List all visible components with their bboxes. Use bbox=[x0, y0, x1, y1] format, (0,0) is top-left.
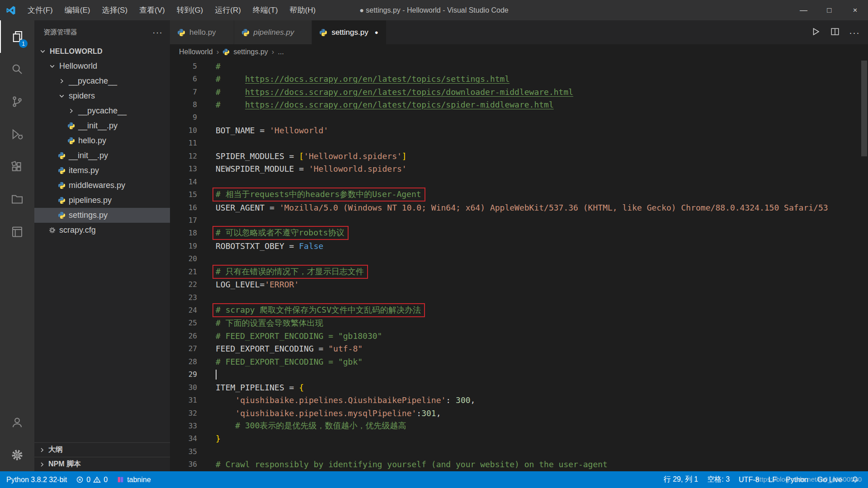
line-number[interactable]: 33 bbox=[170, 422, 197, 430]
tree-item-__init__.py[interactable]: __init__.py bbox=[34, 148, 170, 163]
line-number[interactable]: 17 bbox=[170, 216, 197, 225]
problems-item[interactable]: 0 0 bbox=[71, 471, 112, 488]
encoding-item[interactable]: UTF-8 bbox=[734, 471, 764, 488]
maximize-button[interactable]: □ bbox=[816, 0, 842, 20]
line-number[interactable]: 10 bbox=[170, 126, 197, 135]
tree-item-settings.py[interactable]: settings.py bbox=[34, 208, 170, 223]
search-icon[interactable] bbox=[0, 53, 34, 85]
notebook-icon[interactable] bbox=[0, 216, 34, 248]
code-line-35[interactable]: 35 bbox=[170, 445, 868, 458]
tabnine-item[interactable]: tabnine bbox=[112, 471, 156, 488]
code-line-29[interactable]: 29 bbox=[170, 368, 868, 381]
tree-item-items.py[interactable]: items.py bbox=[34, 163, 170, 178]
scrollbar-thumb[interactable] bbox=[861, 61, 867, 156]
tab-hello.py[interactable]: hello.py bbox=[170, 20, 234, 44]
line-number[interactable]: 35 bbox=[170, 447, 197, 456]
code-line-26[interactable]: 26# FEED_EXPORT_ENCODING = "gb18030" bbox=[170, 329, 868, 342]
extensions-icon[interactable] bbox=[0, 150, 34, 183]
code-line-24[interactable]: 24# scrapy 爬取文件保存为CSV文件中文乱码的解决办法 bbox=[170, 304, 868, 316]
line-number[interactable]: 7 bbox=[170, 88, 197, 96]
run-python-file-icon[interactable] bbox=[811, 27, 821, 38]
code-line-28[interactable]: 28# FEED_EXPORT_ENCODING = "gbk" bbox=[170, 355, 868, 368]
line-number[interactable]: 18 bbox=[170, 229, 197, 237]
line-number[interactable]: 21 bbox=[170, 267, 197, 276]
tree-item-spiders[interactable]: spiders bbox=[34, 89, 170, 103]
menu-go[interactable]: 转到(G) bbox=[171, 0, 209, 20]
line-number[interactable]: 27 bbox=[170, 344, 197, 353]
chevron-right-icon[interactable] bbox=[67, 107, 75, 115]
code-line-7[interactable]: 7# https://docs.scrapy.org/en/latest/top… bbox=[170, 85, 868, 98]
tab-pipelines.py[interactable]: pipelines.py bbox=[234, 20, 312, 44]
code-line-15[interactable]: 15# 相当于requests中的headers参数中的User-Agent bbox=[170, 188, 868, 201]
menu-file[interactable]: 文件(F) bbox=[22, 0, 59, 20]
line-number[interactable]: 31 bbox=[170, 396, 197, 404]
menu-selection[interactable]: 选择(S) bbox=[96, 0, 133, 20]
chevron-right-icon[interactable] bbox=[58, 77, 66, 85]
account-icon[interactable] bbox=[0, 406, 34, 439]
split-editor-icon[interactable] bbox=[830, 27, 840, 38]
line-number[interactable]: 9 bbox=[170, 113, 197, 122]
panel-npm-scripts[interactable]: NPM 脚本 bbox=[34, 457, 170, 471]
code-line-23[interactable]: 23 bbox=[170, 291, 868, 304]
tree-item-__pycache__[interactable]: __pycache__ bbox=[34, 103, 170, 118]
tree-item-middlewares.py[interactable]: middlewares.py bbox=[34, 178, 170, 193]
minimize-button[interactable]: — bbox=[791, 0, 816, 20]
code-line-16[interactable]: 16USER_AGENT = 'Mozilla/5.0 (Windows NT … bbox=[170, 201, 868, 214]
line-number[interactable]: 29 bbox=[170, 370, 197, 379]
code-line-34[interactable]: 34} bbox=[170, 432, 868, 445]
code-editor[interactable]: 5#6# https://docs.scrapy.org/en/latest/t… bbox=[170, 60, 868, 471]
tree-item-scrapy.cfg[interactable]: scrapy.cfg bbox=[34, 223, 170, 238]
breadcrumb-symbol[interactable]: ... bbox=[278, 48, 284, 56]
code-line-11[interactable]: 11 bbox=[170, 137, 868, 150]
line-number[interactable]: 13 bbox=[170, 164, 197, 173]
line-number[interactable]: 14 bbox=[170, 178, 197, 186]
tree-item-__init__.py[interactable]: __init__.py bbox=[34, 118, 170, 133]
menu-terminal[interactable]: 终端(T) bbox=[247, 0, 284, 20]
line-number[interactable]: 26 bbox=[170, 332, 197, 340]
code-line-21[interactable]: 21# 只有在错误的情况下，才显示日志文件 bbox=[170, 265, 868, 278]
explorer-icon[interactable]: 1 bbox=[0, 20, 34, 53]
line-number[interactable]: 6 bbox=[170, 75, 197, 83]
tree-item-HELLOWORLD[interactable]: HELLOWORLD bbox=[34, 44, 170, 59]
code-line-9[interactable]: 9 bbox=[170, 111, 868, 124]
line-number[interactable]: 11 bbox=[170, 139, 197, 147]
line-number[interactable]: 22 bbox=[170, 280, 197, 289]
code-line-30[interactable]: 30ITEM_PIPELINES = { bbox=[170, 381, 868, 394]
go-live-item[interactable]: Go Live bbox=[813, 471, 847, 488]
line-number[interactable]: 12 bbox=[170, 152, 197, 160]
tree-item-pipelines.py[interactable]: pipelines.py bbox=[34, 193, 170, 208]
indentation-item[interactable]: 空格: 3 bbox=[703, 471, 734, 488]
code-line-27[interactable]: 27FEED_EXPORT_ENCODING = "utf-8" bbox=[170, 343, 868, 355]
close-button[interactable]: × bbox=[842, 0, 868, 20]
vscode-logo-icon[interactable] bbox=[0, 0, 22, 20]
folder-explorer-icon[interactable] bbox=[0, 183, 34, 216]
line-number[interactable]: 36 bbox=[170, 460, 197, 469]
line-number[interactable]: 5 bbox=[170, 62, 197, 70]
panel-outline[interactable]: 大纲 bbox=[34, 442, 170, 457]
code-line-33[interactable]: 33 # 300表示的是优先级，数值越小，优先级越高 bbox=[170, 419, 868, 432]
line-number[interactable]: 24 bbox=[170, 306, 197, 314]
modified-dot[interactable]: ● bbox=[373, 29, 381, 36]
run-debug-icon[interactable] bbox=[0, 118, 34, 150]
tab-settings.py[interactable]: settings.py● bbox=[312, 20, 386, 44]
settings-gear-icon[interactable] bbox=[0, 439, 34, 471]
python-interpreter-item[interactable]: Python 3.8.2 32-bit bbox=[2, 471, 71, 488]
code-line-32[interactable]: 32 'qiushibaike.pipelines.mysqlPipeline'… bbox=[170, 407, 868, 419]
cursor-position-item[interactable]: 行 29, 列 1 bbox=[659, 471, 703, 488]
code-line-20[interactable]: 20 bbox=[170, 253, 868, 265]
chevron-down-icon[interactable] bbox=[39, 47, 47, 55]
notifications-bell-icon[interactable] bbox=[847, 471, 863, 488]
menu-view[interactable]: 查看(V) bbox=[133, 0, 171, 20]
line-number[interactable]: 8 bbox=[170, 100, 197, 109]
chevron-down-icon[interactable] bbox=[58, 92, 66, 100]
tree-item-hello.py[interactable]: hello.py bbox=[34, 133, 170, 148]
eol-item[interactable]: LF bbox=[764, 471, 781, 488]
code-line-18[interactable]: 18# 可以忽略或者不遵守robots协议 bbox=[170, 227, 868, 239]
code-line-5[interactable]: 5# bbox=[170, 60, 868, 72]
sidebar-more-actions-icon[interactable]: ··· bbox=[152, 27, 163, 38]
menu-edit[interactable]: 编辑(E) bbox=[59, 0, 96, 20]
line-number[interactable]: 23 bbox=[170, 293, 197, 302]
code-line-22[interactable]: 22LOG_LEVEL='ERROR' bbox=[170, 278, 868, 291]
line-number[interactable]: 28 bbox=[170, 357, 197, 366]
code-line-36[interactable]: 36# Crawl responsibly by identifying you… bbox=[170, 458, 868, 471]
